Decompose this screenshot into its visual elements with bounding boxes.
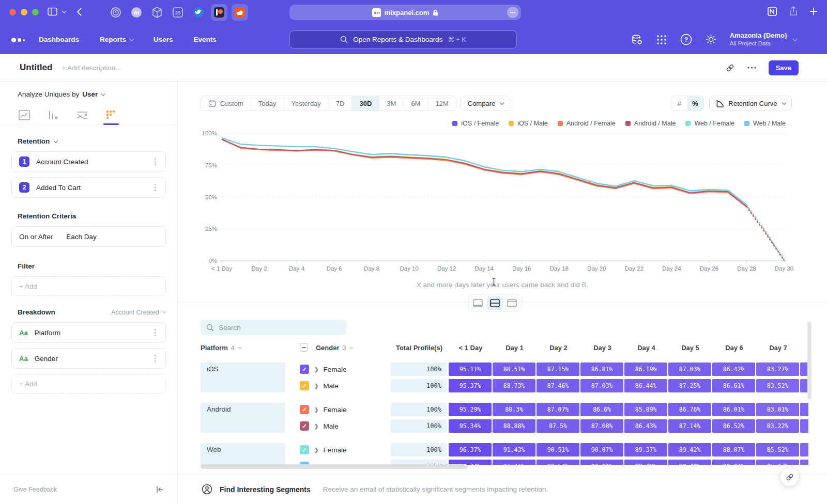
- segment-checkbox[interactable]: ✓: [300, 405, 309, 414]
- retention-step-1[interactable]: 1 Account Created: [11, 151, 166, 172]
- retention-value-cell[interactable]: 95.29%: [449, 403, 492, 416]
- platform-group-label[interactable]: Web: [201, 443, 285, 465]
- table-search-input[interactable]: Search: [201, 320, 346, 335]
- retention-value-cell-clipped[interactable]: [800, 443, 808, 456]
- table-only-view-button[interactable]: [504, 296, 520, 310]
- tab-twitter-icon[interactable]: [190, 4, 207, 21]
- criteria-interval[interactable]: Each Day: [66, 233, 97, 241]
- tab-flows[interactable]: [75, 105, 89, 124]
- retention-value-cell-clipped[interactable]: [800, 403, 808, 416]
- legend-item[interactable]: Android / Female: [558, 120, 616, 127]
- breakdown-platform[interactable]: Aa Platform: [11, 322, 166, 343]
- segment-checkbox[interactable]: ✓: [300, 365, 309, 374]
- settings-gear-icon[interactable]: [705, 34, 717, 45]
- expand-chevron-icon[interactable]: ❯: [314, 383, 318, 389]
- retention-value-cell[interactable]: 87.08%: [580, 419, 623, 433]
- retention-value-cell[interactable]: 96.37%: [449, 443, 492, 456]
- more-options-icon[interactable]: [747, 67, 756, 69]
- tab-avatar-icon[interactable]: m: [128, 4, 145, 21]
- give-feedback-link[interactable]: Give Feedback: [13, 486, 57, 493]
- retention-value-cell[interactable]: 86.01%: [712, 403, 755, 416]
- retention-value-cell[interactable]: 83.52%: [756, 379, 799, 392]
- breakdown-gender[interactable]: Aa Gender: [11, 348, 166, 369]
- retention-value-cell[interactable]: 87.03%: [668, 363, 711, 376]
- retention-value-cell[interactable]: 90.01%: [580, 460, 623, 465]
- retention-value-cell[interactable]: 85.89%: [624, 403, 667, 416]
- tab-bar-chart[interactable]: [47, 105, 60, 124]
- retention-section-label[interactable]: Retention: [18, 137, 166, 145]
- chart-only-view-button[interactable]: [470, 296, 486, 310]
- retention-value-cell[interactable]: 86.44%: [624, 379, 667, 392]
- project-switcher[interactable]: Amazonia {Demo}All Project Data: [730, 32, 796, 48]
- retention-value-cell[interactable]: 85.67%: [756, 460, 799, 465]
- retention-value-cell[interactable]: 89.48%: [668, 460, 711, 465]
- retention-value-cell-clipped[interactable]: [800, 419, 808, 433]
- percent-toggle[interactable]: %: [687, 96, 703, 111]
- retention-step-2[interactable]: 2 Added To Cart: [11, 177, 166, 198]
- retention-value-cell[interactable]: 86.43%: [624, 419, 667, 433]
- retention-value-cell[interactable]: 89.37%: [624, 443, 667, 456]
- retention-value-cell[interactable]: 86.52%: [712, 419, 755, 433]
- legend-item[interactable]: Android / Male: [625, 120, 676, 127]
- step-options-kebab-icon[interactable]: [152, 182, 158, 193]
- legend-item[interactable]: iOS / Male: [509, 120, 547, 127]
- nav-events[interactable]: Events: [194, 36, 217, 43]
- retention-value-cell[interactable]: 88.04%: [712, 460, 755, 465]
- breakdown-scope-dropdown[interactable]: Account Created: [111, 309, 165, 316]
- retention-value-cell[interactable]: 89.42%: [668, 443, 711, 456]
- tab-javascript-icon[interactable]: JS: [170, 4, 186, 21]
- retention-value-cell[interactable]: 86.61%: [712, 379, 755, 392]
- legend-item[interactable]: Web / Female: [685, 120, 734, 127]
- apps-grid-icon[interactable]: [656, 34, 667, 45]
- retention-value-cell[interactable]: 86.81%: [580, 363, 623, 376]
- notion-icon[interactable]: [767, 6, 777, 17]
- criteria-mode[interactable]: On or After: [19, 233, 53, 241]
- retention-value-cell[interactable]: 86.19%: [624, 363, 667, 376]
- retention-value-cell[interactable]: 90.51%: [537, 443, 579, 456]
- data-management-icon[interactable]: [631, 34, 643, 46]
- retention-value-cell[interactable]: 88.73%: [493, 379, 535, 392]
- save-button[interactable]: Save: [769, 60, 799, 75]
- mixpanel-logo[interactable]: [11, 38, 25, 42]
- retention-value-cell[interactable]: 88.51%: [493, 363, 535, 376]
- chart-type-dropdown[interactable]: Retention Curve: [709, 96, 792, 111]
- retention-value-cell[interactable]: 95.11%: [449, 363, 492, 376]
- retention-value-cell[interactable]: 91.43%: [493, 443, 535, 456]
- gender-column-header[interactable]: Gender3: [293, 343, 391, 352]
- retention-value-cell[interactable]: 95.34%: [449, 419, 492, 433]
- segments-title[interactable]: Find Interesting Segments: [220, 485, 311, 494]
- address-bar[interactable]: mixpanel.com: [289, 5, 521, 20]
- range-yesterday[interactable]: Yesterday: [284, 96, 329, 111]
- zoom-window-button[interactable]: [32, 9, 39, 15]
- chevron-down-icon[interactable]: [62, 10, 67, 14]
- expand-chevron-icon[interactable]: ❯: [314, 367, 318, 372]
- step-options-kebab-icon[interactable]: [152, 156, 158, 167]
- retention-value-cell[interactable]: 87.5%: [537, 419, 579, 433]
- legend-item[interactable]: Web / Male: [744, 120, 786, 127]
- retention-value-cell[interactable]: 88.07%: [712, 443, 755, 456]
- expand-chevron-icon[interactable]: ❯: [314, 423, 318, 429]
- select-all-checkbox[interactable]: [300, 343, 308, 352]
- horizontal-scrollbar[interactable]: [201, 464, 468, 469]
- split-view-button[interactable]: [487, 296, 503, 310]
- range-custom[interactable]: Custom: [201, 96, 251, 111]
- retention-value-cell[interactable]: 87.25%: [668, 379, 711, 392]
- tab-patreon-icon[interactable]: [211, 4, 227, 21]
- retention-value-cell[interactable]: 86.6%: [580, 403, 623, 416]
- site-options-button[interactable]: [507, 7, 518, 18]
- new-tab-icon[interactable]: [809, 7, 818, 15]
- range-6m[interactable]: 6M: [404, 96, 428, 111]
- compare-button[interactable]: Compare: [461, 96, 510, 111]
- retention-value-cell[interactable]: 95.37%: [449, 379, 492, 392]
- retention-value-cell[interactable]: 85.52%: [756, 443, 799, 456]
- retention-value-cell[interactable]: 88.88%: [493, 419, 535, 433]
- add-filter-button[interactable]: + Add: [11, 276, 166, 296]
- retention-value-cell[interactable]: 89.48%: [624, 460, 667, 465]
- copy-link-icon[interactable]: [725, 63, 735, 73]
- analyze-value-dropdown[interactable]: User: [82, 90, 98, 98]
- retention-value-cell[interactable]: 83.22%: [756, 419, 799, 433]
- retention-value-cell[interactable]: 83.01%: [756, 403, 799, 416]
- retention-value-cell[interactable]: 87.15%: [537, 363, 579, 376]
- breakdown-options-kebab-icon[interactable]: [152, 327, 158, 338]
- retention-value-cell[interactable]: 87.46%: [537, 379, 579, 392]
